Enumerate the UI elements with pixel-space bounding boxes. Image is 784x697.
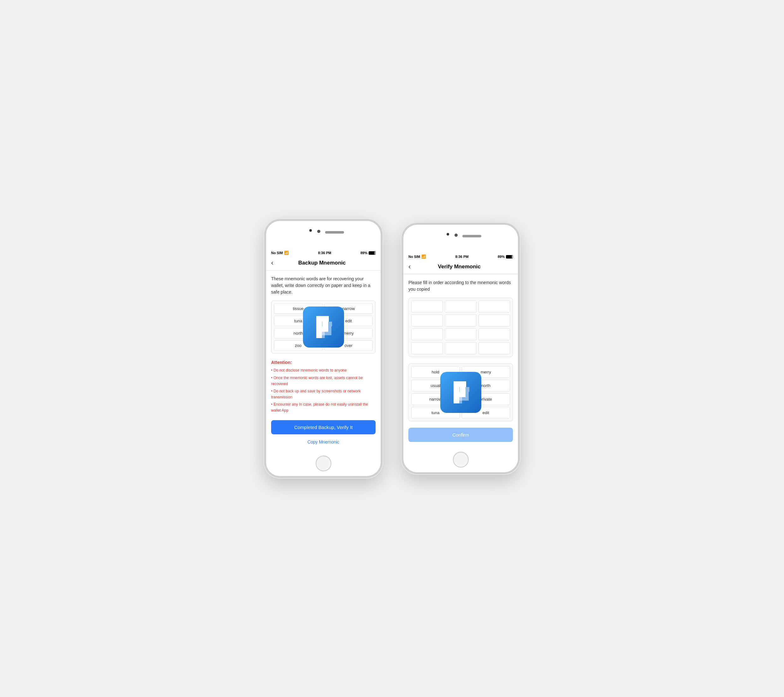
app-logo-1 (303, 306, 344, 348)
input-grid-container (408, 298, 513, 357)
input-cell-0[interactable] (411, 300, 443, 313)
battery-pct-2: 89% (498, 255, 505, 259)
back-button-1[interactable]: ‹ (271, 259, 276, 267)
battery-fill-2 (506, 255, 512, 258)
svg-rect-11 (453, 381, 466, 387)
nav-title-1: Backup Mnemonic (276, 260, 368, 266)
mnemonic-container: tissue narrow tuna edit north merry zoo … (271, 300, 376, 354)
input-cell-2[interactable] (478, 300, 510, 313)
nav-header-2: ‹ Verify Mnemonic (404, 260, 518, 274)
status-left-1: No SIM 📶 (271, 250, 289, 255)
svg-rect-2 (316, 316, 329, 322)
verify-description: Please fill in order according to the mn… (408, 279, 513, 293)
status-right-2: 89% (498, 255, 513, 259)
camera-1 (317, 230, 320, 233)
phone-top-2 (404, 225, 518, 253)
verify-button[interactable]: Completed Backup, Verify It (271, 420, 376, 434)
screen-content-1: These mnemonic words are for recovering … (266, 270, 380, 450)
svg-rect-16 (457, 397, 469, 400)
phone-verify: No SIM 📶 8:36 PM 89% ‹ Verify Mnemonic P… (402, 223, 520, 474)
time-1: 8:36 PM (318, 251, 331, 255)
svg-rect-15 (457, 387, 469, 392)
app-logo-2 (440, 372, 481, 413)
attention-item-0: • Do not disclose mnemonic words to anyo… (271, 367, 376, 374)
back-button-2[interactable]: ‹ (408, 263, 413, 271)
input-cell-3[interactable] (411, 315, 443, 326)
wifi-icon-1: 📶 (284, 250, 289, 255)
battery-icon-1 (369, 251, 376, 255)
camera-2 (455, 234, 458, 237)
home-button-1[interactable] (316, 455, 331, 471)
input-cell-6[interactable] (411, 328, 443, 340)
copy-mnemonic-button[interactable]: Copy Mnemonic (271, 438, 376, 446)
nav-title-2: Verify Mnemonic (413, 264, 505, 270)
attention-section: Attention: • Do not disclose mnemonic wo… (271, 360, 376, 414)
phone-bottom-2 (404, 447, 518, 472)
input-cell-1[interactable] (445, 300, 476, 313)
status-bar-2: No SIM 📶 8:36 PM 89% (404, 253, 518, 260)
wifi-icon-2: 📶 (422, 254, 426, 259)
input-grid (411, 300, 510, 354)
input-cell-9[interactable] (411, 342, 443, 354)
front-camera-1 (309, 229, 312, 232)
attention-item-3: • Encounter any In case, please do not e… (271, 402, 376, 414)
phone-top-1 (266, 221, 380, 249)
home-button-2[interactable] (453, 452, 469, 468)
time-2: 8:36 PM (455, 255, 469, 259)
phone-backup: No SIM 📶 8:36 PM 89% ‹ Backup Mnemonic T… (264, 219, 382, 478)
input-cell-10[interactable] (445, 342, 476, 354)
svg-rect-17 (463, 392, 469, 397)
battery-pct-1: 89% (361, 251, 367, 255)
speaker-2 (462, 235, 481, 237)
phone-bottom-1 (266, 451, 380, 476)
input-cell-11[interactable] (478, 342, 510, 354)
battery-icon-2 (506, 255, 513, 259)
status-bar-1: No SIM 📶 8:36 PM 89% (266, 249, 380, 256)
carrier-1: No SIM (271, 251, 283, 255)
screen-content-2: Please fill in order according to the mn… (404, 274, 518, 447)
word-picker-container: hold merry usual north narrow private tu… (408, 363, 513, 422)
speaker-1 (325, 231, 344, 234)
backup-description: These mnemonic words are for recovering … (271, 275, 376, 295)
attention-title: Attention: (271, 360, 376, 365)
svg-rect-8 (326, 326, 331, 331)
front-camera-2 (446, 233, 449, 236)
svg-rect-7 (320, 331, 331, 335)
carrier-2: No SIM (408, 255, 420, 259)
confirm-button[interactable]: Confirm (408, 428, 513, 442)
attention-item-2: • Do not back up and save by screenshots… (271, 388, 376, 400)
input-cell-8[interactable] (478, 328, 510, 340)
status-left-2: No SIM 📶 (408, 254, 426, 259)
battery-fill-1 (369, 252, 375, 254)
status-right-1: 89% (361, 251, 376, 255)
svg-rect-6 (320, 322, 332, 326)
input-cell-7[interactable] (445, 328, 476, 340)
input-cell-5[interactable] (478, 315, 510, 326)
nav-header-1: ‹ Backup Mnemonic (266, 256, 380, 270)
attention-item-1: • Once the mnemonic words are lost, asse… (271, 375, 376, 387)
input-cell-4[interactable] (445, 315, 476, 326)
